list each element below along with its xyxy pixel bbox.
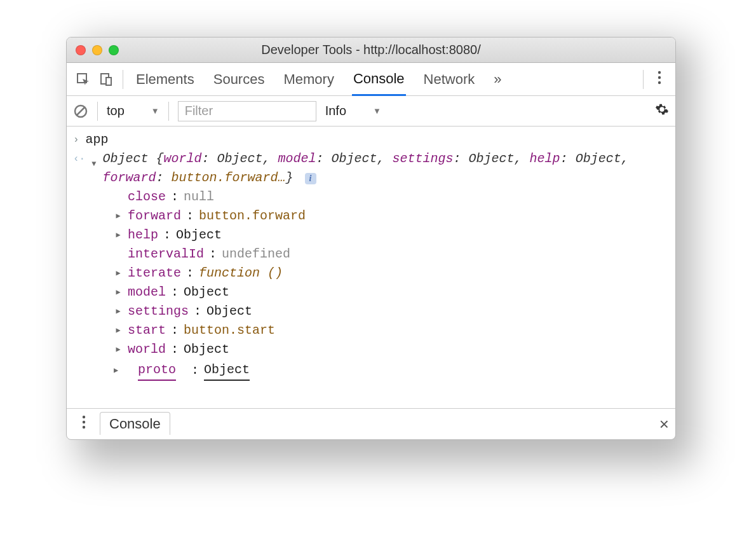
inspect-element-icon[interactable] bbox=[72, 68, 95, 91]
property-value: undefined bbox=[222, 245, 290, 264]
window-minimize-button[interactable] bbox=[92, 45, 102, 55]
proto-key: proto bbox=[138, 360, 176, 381]
property-key: intervalId bbox=[128, 245, 204, 264]
tab-network[interactable]: Network bbox=[422, 63, 476, 95]
drawer-menu-button[interactable] bbox=[73, 415, 95, 433]
object-property-row[interactable]: ▶help: Object bbox=[114, 226, 673, 245]
expand-triangle-icon[interactable]: ▶ bbox=[114, 283, 123, 302]
property-key: forward bbox=[128, 207, 181, 226]
console-settings-icon[interactable] bbox=[655, 102, 669, 120]
clear-console-icon[interactable] bbox=[73, 104, 88, 119]
object-property-row[interactable]: close: null bbox=[114, 188, 673, 207]
property-value: button.start bbox=[184, 321, 275, 340]
proto-row[interactable]: ▶ proto : Object bbox=[69, 360, 673, 381]
window-title: Developer Tools - http://localhost:8080/ bbox=[67, 43, 675, 57]
console-input-text: app bbox=[86, 130, 109, 149]
level-selector-label: Info bbox=[325, 104, 346, 118]
property-value: function () bbox=[199, 264, 283, 283]
drawer-tab-console[interactable]: Console bbox=[100, 412, 170, 435]
window-zoom-button[interactable] bbox=[109, 45, 119, 55]
tab-elements[interactable]: Elements bbox=[135, 63, 196, 95]
expand-triangle-icon[interactable]: ▶ bbox=[114, 361, 123, 380]
object-property-row[interactable]: ▶world: Object bbox=[114, 340, 673, 359]
property-key: iterate bbox=[128, 264, 181, 283]
tabs-overflow-button[interactable]: » bbox=[492, 63, 503, 95]
svg-point-8 bbox=[83, 416, 85, 418]
expand-triangle-icon[interactable]: ▶ bbox=[114, 226, 123, 245]
level-selector[interactable]: Info ▼ bbox=[325, 104, 381, 118]
window-close-button[interactable] bbox=[76, 45, 86, 55]
dropdown-triangle-icon: ▼ bbox=[373, 106, 381, 116]
object-property-row[interactable]: ▶start: button.start bbox=[114, 321, 673, 340]
expand-triangle-icon[interactable]: ▶ bbox=[114, 207, 123, 226]
output-chevron-icon: ‹· bbox=[73, 149, 85, 168]
expand-triangle-icon[interactable]: ▶ bbox=[114, 321, 123, 340]
context-selector[interactable]: top ▼ bbox=[107, 104, 159, 118]
devtools-menu-button[interactable] bbox=[649, 71, 670, 88]
property-key: settings bbox=[128, 302, 189, 321]
context-selector-label: top bbox=[107, 104, 125, 118]
property-value: Object bbox=[176, 226, 222, 245]
svg-point-10 bbox=[83, 426, 85, 428]
object-property-row[interactable]: ▶model: Object bbox=[114, 283, 673, 302]
proto-value: Object bbox=[204, 360, 250, 381]
console-input-line[interactable]: › app bbox=[69, 130, 673, 149]
drawer-close-button[interactable]: × bbox=[659, 414, 669, 434]
dropdown-triangle-icon: ▼ bbox=[151, 106, 159, 116]
svg-point-9 bbox=[83, 421, 85, 423]
device-toggle-icon[interactable] bbox=[95, 68, 118, 91]
console-body: › app ‹· ▼ Object {world: Object, model:… bbox=[67, 127, 675, 409]
property-value: null bbox=[184, 188, 214, 207]
object-property-row[interactable]: ▶forward: button.forward bbox=[114, 207, 673, 226]
tab-memory[interactable]: Memory bbox=[282, 63, 335, 95]
expand-triangle-icon[interactable]: ▶ bbox=[114, 302, 123, 321]
drawer-bar: Console × bbox=[67, 409, 675, 439]
filter-input-container bbox=[178, 101, 316, 121]
property-value: Object bbox=[184, 340, 229, 359]
object-property-row[interactable]: ▶iterate: function () bbox=[114, 264, 673, 283]
object-property-row[interactable]: intervalId: undefined bbox=[114, 245, 673, 264]
property-key: help bbox=[128, 226, 158, 245]
window-titlebar: Developer Tools - http://localhost:8080/ bbox=[67, 38, 675, 63]
property-key: model bbox=[128, 283, 166, 302]
svg-line-7 bbox=[77, 107, 84, 115]
property-value: button.forward bbox=[199, 207, 306, 226]
tab-console[interactable]: Console bbox=[352, 64, 406, 96]
expand-triangle-icon[interactable]: ▶ bbox=[114, 340, 123, 359]
console-toolbar: top ▼ Info ▼ bbox=[67, 96, 675, 127]
console-output-line[interactable]: ‹· ▼ Object {world: Object, model: Objec… bbox=[69, 149, 673, 188]
expand-triangle-icon[interactable]: ▶ bbox=[114, 264, 123, 283]
property-key: start bbox=[128, 321, 166, 340]
devtools-window: Developer Tools - http://localhost:8080/… bbox=[66, 37, 676, 440]
prompt-chevron-icon: › bbox=[73, 130, 79, 149]
filter-input[interactable] bbox=[184, 103, 311, 119]
tab-sources[interactable]: Sources bbox=[212, 63, 266, 95]
svg-point-3 bbox=[658, 71, 661, 73]
svg-point-5 bbox=[658, 81, 661, 83]
object-property-row[interactable]: ▶settings: Object bbox=[114, 302, 673, 321]
object-tree: close: null▶forward: button.forward▶help… bbox=[69, 188, 673, 359]
property-value: Object bbox=[184, 283, 229, 302]
svg-point-4 bbox=[658, 76, 661, 78]
property-key: close bbox=[128, 188, 166, 207]
devtools-tabbar: Elements Sources Memory Console Network … bbox=[67, 63, 675, 96]
property-key: world bbox=[128, 340, 166, 359]
info-icon[interactable]: i bbox=[305, 173, 316, 184]
svg-rect-2 bbox=[106, 78, 111, 85]
object-summary: Object {world: Object, model: Object, se… bbox=[102, 149, 673, 188]
property-value: Object bbox=[206, 302, 252, 321]
expand-triangle-icon[interactable]: ▼ bbox=[91, 154, 96, 174]
